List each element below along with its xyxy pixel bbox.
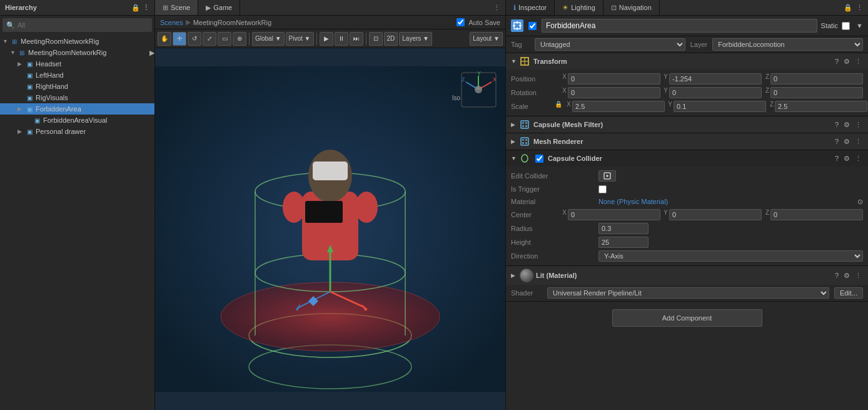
center-y-input[interactable] <box>669 209 762 220</box>
scale-x-input[interactable] <box>572 101 665 112</box>
tab-scene[interactable]: ⊞ Scene <box>155 0 198 15</box>
tab-more-icon[interactable]: ⋮ <box>493 4 505 12</box>
material-preview-sphere <box>520 269 533 282</box>
direction-select[interactable]: X-Axis Y-Axis Z-Axis <box>598 250 863 262</box>
tree-item-lefthand[interactable]: ▣ LeftHand <box>0 69 154 81</box>
material-settings-btn[interactable]: ⚙ <box>842 272 851 280</box>
move-tool-btn[interactable]: ✛ <box>173 32 186 46</box>
material-help-btn[interactable]: ? <box>834 272 840 280</box>
tree-icon-lefthand: ▣ <box>25 71 34 79</box>
layer-select[interactable]: ForbiddenLocomotion <box>712 38 863 51</box>
svg-rect-45 <box>525 139 527 141</box>
scene-viewport[interactable]: X Y Z Iso <box>155 48 505 410</box>
scale-tool-btn[interactable]: ⤢ <box>203 32 216 46</box>
scale-label: Scale <box>511 103 555 110</box>
transform-settings-btn[interactable]: ⚙ <box>842 58 851 66</box>
lighting-tab-label: Lighting <box>571 4 595 11</box>
shader-edit-btn[interactable]: Edit... <box>834 287 863 299</box>
tree-label-forbiddenareavisual: ForbiddenAreaVisual <box>43 116 108 124</box>
inspector-content: Static ▼ Tag Untagged Layer ForbiddenLoc… <box>506 16 868 410</box>
add-component-button[interactable]: Add Component <box>612 309 762 327</box>
object-enabled-checkbox[interactable] <box>528 22 537 30</box>
pos-z-input[interactable] <box>770 73 863 85</box>
material-target-icon[interactable]: ⊙ <box>857 198 863 206</box>
inspector-more-icon[interactable]: ⋮ <box>856 4 863 12</box>
transform-header[interactable]: ▼ Transform ? ⚙ ⋮ <box>506 53 868 69</box>
capsule-collider-settings-btn[interactable]: ⚙ <box>842 155 851 163</box>
static-checkbox[interactable] <box>842 22 850 30</box>
inspector-lock-icon[interactable]: 🔒 <box>844 4 852 12</box>
rot-x-input[interactable] <box>568 87 660 98</box>
gizmos-btn[interactable]: ⊡ <box>369 32 383 46</box>
mesh-filter-settings-btn[interactable]: ⚙ <box>842 121 851 129</box>
capsule-collider-more-btn[interactable]: ⋮ <box>854 155 863 163</box>
hand-tool-btn[interactable]: ✋ <box>158 32 171 46</box>
transform-tool-btn[interactable]: ⊕ <box>233 32 246 46</box>
tree-icon-rigvisuals: ▣ <box>25 93 34 102</box>
hierarchy-more-icon[interactable]: ⋮ <box>143 4 149 12</box>
pos-x-input[interactable] <box>568 73 660 85</box>
pivot-btn[interactable]: Pivot ▼ <box>286 32 314 46</box>
mesh-filter-header[interactable]: ▶ Capsule (Mesh Filter) ? ⚙ ⋮ <box>506 116 868 133</box>
autosave-checkbox[interactable] <box>457 18 465 26</box>
tree-item-personaldrawer[interactable]: ▶ ▣ Personal drawer <box>0 126 154 137</box>
tree-item-righthand[interactable]: ▣ RightHand <box>0 81 154 92</box>
radius-input[interactable] <box>598 223 648 234</box>
is-trigger-checkbox[interactable] <box>598 185 607 193</box>
height-input[interactable] <box>598 237 648 248</box>
step-btn[interactable]: ⏭ <box>350 32 363 46</box>
scenes-label[interactable]: Scenes <box>160 19 183 26</box>
tree-item-headset[interactable]: ▶ ▣ Headset <box>0 58 154 69</box>
play-btn[interactable]: ▶ <box>320 32 333 46</box>
center-z-input[interactable] <box>770 209 863 220</box>
static-dropdown-icon[interactable]: ▼ <box>856 22 863 29</box>
tree-item-rig[interactable]: ▼ ⊞ MeetingRoomNetworkRig ▶ <box>0 47 154 58</box>
rect-tool-btn[interactable]: ▭ <box>218 32 231 46</box>
rot-z-input[interactable] <box>770 87 863 98</box>
mesh-renderer-title: Mesh Renderer <box>533 138 831 145</box>
layout-btn[interactable]: Layout ▼ <box>470 32 503 46</box>
tag-select[interactable]: Untagged <box>535 38 685 51</box>
mesh-filter-help-btn[interactable]: ? <box>834 121 840 129</box>
transform-more-btn[interactable]: ⋮ <box>854 58 863 66</box>
scale-y-input[interactable] <box>674 101 766 112</box>
pos-y-input[interactable] <box>669 73 762 85</box>
hierarchy-lock-icon[interactable]: 🔒 <box>131 4 140 12</box>
material-more-btn[interactable]: ⋮ <box>854 272 863 280</box>
scale-z-input[interactable] <box>775 101 867 112</box>
capsule-collider-checkbox[interactable] <box>535 155 543 163</box>
mesh-renderer-more-btn[interactable]: ⋮ <box>854 138 863 146</box>
mesh-renderer-header[interactable]: ▶ Mesh Renderer ? ⚙ ⋮ <box>506 133 868 150</box>
tree-expand-rig: ▶ <box>149 49 154 57</box>
search-input[interactable] <box>18 21 148 29</box>
mesh-renderer-help-btn[interactable]: ? <box>834 138 840 146</box>
transform-help-btn[interactable]: ? <box>834 58 840 66</box>
2d-btn[interactable]: 2D <box>384 32 398 46</box>
tab-inspector[interactable]: ℹ Inspector <box>506 0 555 15</box>
rot-y-input[interactable] <box>669 87 762 98</box>
mesh-renderer-settings-btn[interactable]: ⚙ <box>842 138 851 146</box>
layers-btn[interactable]: Layers ▼ <box>399 32 432 46</box>
center-x-input[interactable] <box>568 209 660 220</box>
pause-btn[interactable]: ⏸ <box>335 32 348 46</box>
rotate-tool-btn[interactable]: ↺ <box>188 32 201 46</box>
tree-item-forbiddenarea[interactable]: ▶ ▣ ForbiddenArea <box>0 103 154 115</box>
svg-rect-12 <box>305 201 343 223</box>
shader-select[interactable]: Universal Render Pipeline/Lit <box>547 287 829 299</box>
tree-label-rig: MeetingRoomNetworkRig <box>28 49 106 56</box>
global-btn[interactable]: Global ▼ <box>252 32 285 46</box>
mesh-filter-more-btn[interactable]: ⋮ <box>854 121 863 129</box>
tree-item-root[interactable]: ▼ ⊞ MeetingRoomNetworkRig <box>0 36 154 47</box>
tab-game[interactable]: ▶ Game <box>198 0 240 15</box>
capsule-collider-help-btn[interactable]: ? <box>834 155 840 163</box>
material-arrow[interactable]: ▶ <box>511 272 517 279</box>
capsule-collider-header[interactable]: ▼ Capsule Collider ? ⚙ ⋮ <box>506 150 868 167</box>
edit-collider-btn[interactable] <box>598 170 616 182</box>
tree-icon-headset: ▣ <box>25 59 34 68</box>
tab-navigation[interactable]: ⊡ Navigation <box>603 0 660 15</box>
tab-lighting[interactable]: ☀ Lighting <box>555 0 603 15</box>
object-name-input[interactable] <box>542 19 817 33</box>
tree-item-forbiddenareavisual[interactable]: ▣ ForbiddenAreaVisual <box>0 115 154 126</box>
tree-item-rigvisuals[interactable]: ▣ RigVisuals <box>0 92 154 103</box>
tree-arrow-root: ▼ <box>3 38 10 44</box>
